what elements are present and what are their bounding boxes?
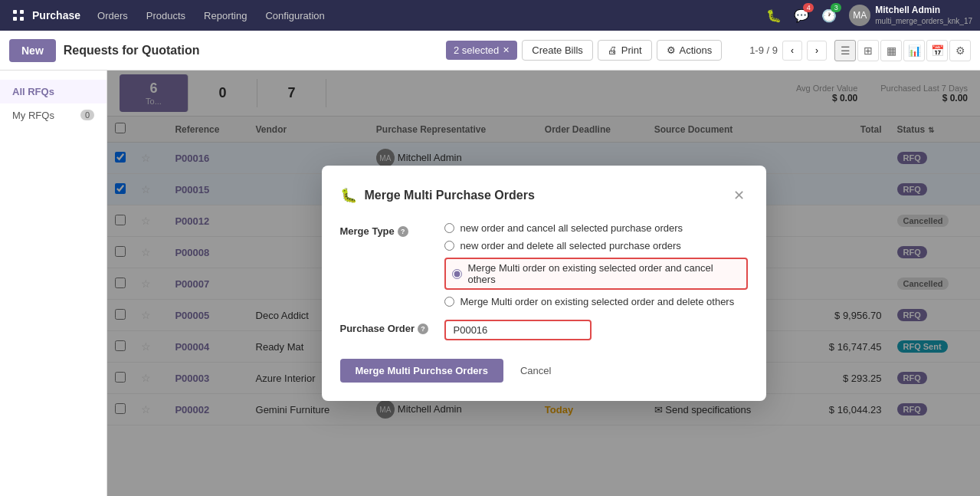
merge-type-row: Merge Type ? new order and cancel all se… <box>340 222 748 307</box>
app-name[interactable]: Purchase <box>32 9 80 21</box>
purchase-order-row: Purchase Order ? <box>340 320 748 340</box>
svg-rect-3 <box>20 17 24 21</box>
table-view-button[interactable]: ▦ <box>880 40 902 61</box>
purchase-order-input[interactable] <box>444 320 592 340</box>
view-icons: ☰ ⊞ ▦ 📊 📅 ⚙ <box>834 40 971 61</box>
cancel-button[interactable]: Cancel <box>513 359 559 383</box>
option-cancel-new[interactable]: new order and cancel all selected purcha… <box>444 222 748 234</box>
user-db: multi_merge_orders_knk_17 <box>875 16 972 26</box>
option-cancel-new-label: new order and cancel all selected purcha… <box>461 222 683 234</box>
purchase-order-label: Purchase Order ? <box>340 320 432 334</box>
user-name: Mitchell Admin <box>875 5 972 17</box>
submit-button[interactable]: Merge Multi Purchse Orders <box>340 359 503 383</box>
clock-badge: 3 <box>831 3 841 12</box>
modal-footer: Merge Multi Purchse Orders Cancel <box>340 359 748 383</box>
sidebar: All RFQs My RFQs 0 <box>0 71 107 496</box>
page-title: Requests for Quotation <box>64 44 438 57</box>
clock-icon-btn[interactable]: 🕐 3 <box>818 5 840 26</box>
actions-button[interactable]: ⚙ Actions <box>657 40 723 61</box>
content-area: 6 To... 0 7 Avg Order Value $ 0.00 Purch… <box>107 71 980 496</box>
nav-products[interactable]: Products <box>139 7 193 25</box>
merge-type-help-icon[interactable]: ? <box>398 226 408 237</box>
calendar-view-button[interactable]: 📅 <box>926 40 948 61</box>
chat-badge: 4 <box>803 3 814 12</box>
chat-icon-btn[interactable]: 💬 4 <box>791 5 812 26</box>
svg-rect-2 <box>13 17 17 21</box>
chart-view-button[interactable]: 📊 <box>903 40 925 61</box>
main-area: All RFQs My RFQs 0 6 To... 0 7 <box>0 71 980 496</box>
list-view-button[interactable]: ☰ <box>834 40 856 61</box>
kanban-view-button[interactable]: ⊞ <box>857 40 879 61</box>
merge-modal: 🐛 Merge Multi Purchase Orders ✕ Merge Ty… <box>322 166 766 401</box>
svg-rect-0 <box>13 10 17 14</box>
purchase-order-help-icon[interactable]: ? <box>418 324 428 334</box>
modal-title: Merge Multi Purchase Orders <box>365 189 723 202</box>
sidebar-item-my-rfqs[interactable]: My RFQs 0 <box>0 103 107 127</box>
print-label: Print <box>621 44 642 56</box>
nav-orders[interactable]: Orders <box>90 7 136 25</box>
avatar: MA <box>849 5 870 26</box>
selected-count-label: 2 selected <box>454 44 499 56</box>
nav-configuration[interactable]: Configuration <box>257 7 332 25</box>
modal-overlay: 🐛 Merge Multi Purchase Orders ✕ Merge Ty… <box>107 71 980 496</box>
selected-count-pill[interactable]: 2 selected ✕ <box>446 41 517 60</box>
nav-reporting[interactable]: Reporting <box>196 7 254 25</box>
modal-close-button[interactable]: ✕ <box>730 184 748 207</box>
pagination: 1-9 / 9 ‹ › <box>749 41 827 61</box>
next-page-button[interactable]: › <box>807 41 827 61</box>
create-bills-label: Create Bills <box>532 44 582 56</box>
option-cancel-existing[interactable]: Merge Multi order on existing selected o… <box>444 258 748 290</box>
prev-page-button[interactable]: ‹ <box>782 41 802 61</box>
print-button[interactable]: 🖨 Print <box>598 40 652 61</box>
option-delete-new-label: new order and delete all selected purcha… <box>461 240 681 251</box>
svg-rect-1 <box>20 10 24 14</box>
modal-bug-icon: 🐛 <box>340 187 357 204</box>
merge-type-options: new order and cancel all selected purcha… <box>444 222 748 307</box>
actions-label: Actions <box>680 44 713 56</box>
bug-icon-btn[interactable]: 🐛 <box>763 5 785 26</box>
new-button[interactable]: New <box>9 39 56 62</box>
user-menu[interactable]: MA Mitchell Admin multi_merge_orders_knk… <box>849 5 972 27</box>
top-navigation: Purchase Orders Products Reporting Confi… <box>0 0 980 31</box>
secondary-toolbar: New Requests for Quotation 2 selected ✕ … <box>0 31 980 71</box>
deselect-icon[interactable]: ✕ <box>503 45 510 55</box>
gear-icon: ⚙ <box>667 44 676 56</box>
pagination-text: 1-9 / 9 <box>749 44 778 56</box>
option-delete-existing-label: Merge Multi order on existing selected o… <box>461 296 735 307</box>
app-grid-icon[interactable] <box>8 5 29 26</box>
option-delete-new[interactable]: new order and delete all selected purcha… <box>444 240 748 251</box>
action-pills: 2 selected ✕ Create Bills 🖨 Print ⚙ Acti… <box>446 40 722 61</box>
my-rfqs-count: 0 <box>80 110 94 120</box>
create-bills-button[interactable]: Create Bills <box>522 40 592 61</box>
option-delete-existing[interactable]: Merge Multi order on existing selected o… <box>444 296 748 307</box>
merge-type-label: Merge Type ? <box>340 222 432 237</box>
option-cancel-existing-label: Merge Multi order on existing selected o… <box>468 262 740 285</box>
modal-header: 🐛 Merge Multi Purchase Orders ✕ <box>340 184 748 207</box>
sidebar-item-all-rfqs[interactable]: All RFQs <box>0 80 107 103</box>
print-icon: 🖨 <box>608 44 618 56</box>
settings-view-button[interactable]: ⚙ <box>949 40 971 61</box>
